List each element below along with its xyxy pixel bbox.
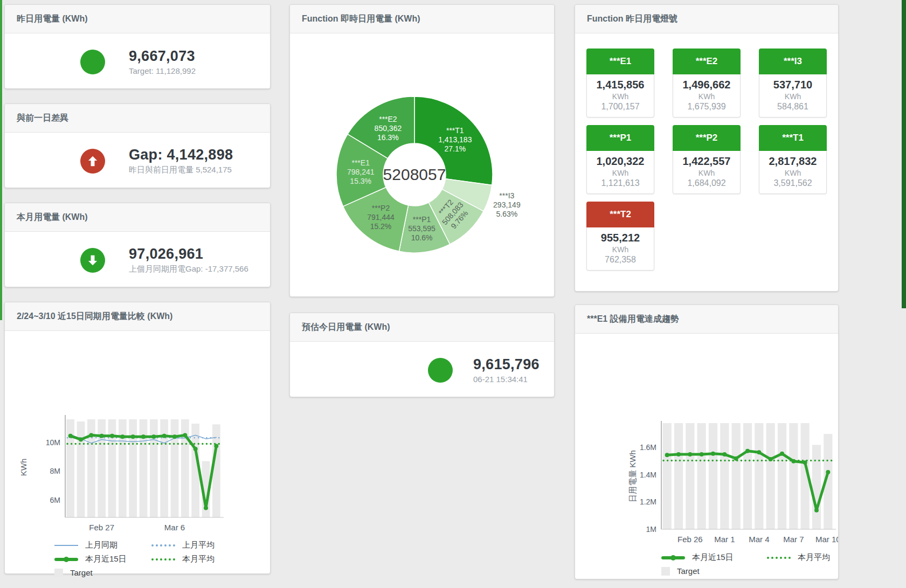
panel-month-usage: 本月用電量 (KWh) 97,026,961 上個月同期用電Gap: -17,3… [4, 203, 271, 287]
status-tile-grid: ***E1 1,415,856 KWh 1,700,157 ***E2 1,49… [575, 33, 838, 271]
y-tick-label: 10M [46, 438, 60, 447]
tile-device-label: ***I3 [759, 49, 827, 74]
target-bar[interactable] [129, 419, 137, 517]
tile-device-label: ***T1 [759, 125, 827, 151]
tile-i3: ***I3 537,710 KWh 584,861 [759, 49, 827, 117]
target-bar[interactable] [674, 423, 683, 529]
series-point[interactable] [68, 434, 73, 438]
legend-item[interactable]: 上月平均 [151, 540, 270, 550]
series-point[interactable] [734, 456, 738, 461]
tile-target: 1,675,939 [673, 102, 740, 112]
tile-target: 3,591,562 [759, 178, 826, 188]
series-point[interactable] [120, 434, 125, 439]
series-point[interactable] [665, 453, 669, 457]
series-point[interactable] [172, 434, 177, 439]
target-bar[interactable] [150, 419, 158, 517]
legend-item[interactable]: 上月同期 [54, 540, 151, 550]
series-point[interactable] [711, 452, 715, 456]
tile-target: 762,358 [587, 255, 654, 265]
legend-label: 本月平均 [798, 552, 830, 563]
panel-title: 與前一日差異 [5, 104, 270, 133]
series-point[interactable] [193, 447, 198, 451]
series-point[interactable] [100, 434, 104, 438]
series-point[interactable] [141, 434, 146, 439]
legend-item[interactable]: 本月平均 [767, 552, 838, 563]
tile-value: 1,020,322 [587, 155, 654, 168]
legend-item[interactable]: 本月近15日 [661, 552, 767, 563]
legend-item[interactable]: 本月近15日 [54, 554, 151, 564]
gap-sub-label: 昨日與前日用電量 5,524,175 [129, 165, 233, 175]
series-point[interactable] [769, 457, 773, 461]
series-point[interactable] [757, 450, 761, 454]
series-point[interactable] [814, 508, 819, 513]
series-point[interactable] [183, 433, 187, 437]
series-point[interactable] [803, 460, 807, 465]
legend-label: 上月平均 [182, 540, 215, 550]
tile-device-label: ***T2 [586, 202, 654, 227]
series-point[interactable] [131, 434, 135, 439]
series-point[interactable] [110, 434, 114, 438]
target-bar[interactable] [119, 419, 127, 517]
series-point[interactable] [688, 452, 692, 456]
target-bar[interactable] [686, 423, 694, 529]
series-point[interactable] [791, 459, 796, 464]
tile-target: 1,700,157 [587, 102, 654, 112]
legend-label: 本月近15日 [85, 554, 127, 564]
target-bar[interactable] [789, 423, 798, 529]
series-point[interactable] [676, 452, 681, 456]
legend-swatch-thin [54, 545, 78, 546]
series-point[interactable] [745, 449, 750, 453]
usage-donut-chart[interactable]: ***T11,413,18327.1%***I3293,1495.63%***T… [290, 33, 554, 297]
tile-e1: ***E1 1,415,856 KWh 1,700,157 [586, 49, 654, 117]
target-bar[interactable] [697, 423, 706, 529]
x-tick-label: Mar 1 [714, 535, 735, 544]
tile-t2: ***T2 955,212 KWh 762,358 [586, 202, 654, 271]
tile-target: 584,861 [759, 102, 826, 112]
legend-item[interactable]: 本月平均 [151, 554, 270, 564]
legend-item[interactable]: Target [54, 568, 151, 577]
target-bar[interactable] [766, 423, 775, 529]
legend-item[interactable]: Target [661, 566, 767, 576]
tile-e2: ***E2 1,496,662 KWh 1,675,939 [673, 49, 741, 117]
target-bar[interactable] [171, 419, 179, 517]
panel-title: ***E1 設備用電達成趨勢 [575, 305, 838, 334]
target-bar[interactable] [743, 423, 752, 529]
x-tick-label: Mar 4 [749, 535, 769, 544]
compare-line-chart[interactable]: 6M8M10MFeb 27Mar 6KWh [5, 331, 270, 535]
target-bar[interactable] [663, 423, 672, 529]
target-bar[interactable] [77, 421, 85, 517]
y-tick-label: 1.2M [640, 497, 656, 506]
tile-p2: ***P2 1,422,557 KWh 1,684,092 [673, 125, 741, 194]
target-bar[interactable] [755, 423, 763, 529]
target-bar[interactable] [732, 423, 741, 529]
tile-device-label: ***P1 [586, 125, 654, 151]
y-tick-label: 6M [50, 496, 60, 504]
legend-label: 本月平均 [182, 554, 215, 564]
target-bar[interactable] [720, 423, 729, 529]
series-point[interactable] [79, 437, 83, 441]
legend-swatch-box [54, 569, 63, 577]
target-bar[interactable] [778, 423, 786, 529]
target-bar[interactable] [812, 445, 821, 529]
target-bar[interactable] [709, 423, 717, 529]
legend-swatch-thick [661, 556, 685, 559]
series-point[interactable] [826, 470, 830, 474]
series-point[interactable] [214, 444, 218, 448]
e1-trend-line-chart[interactable]: 1M1.2M1.4M1.6MFeb 26Mar 1Mar 4Mar 7Mar 1… [575, 334, 838, 546]
series-point[interactable] [204, 506, 208, 510]
series-point[interactable] [700, 452, 704, 456]
series-point[interactable] [89, 433, 93, 437]
series-point[interactable] [151, 434, 156, 439]
series-point[interactable] [722, 452, 727, 456]
legend-swatch-dotted [151, 558, 175, 561]
x-tick-label: Feb 26 [677, 535, 703, 544]
series-point[interactable] [780, 452, 784, 456]
yesterday-target-label: Target: 11,128,992 [129, 66, 196, 75]
month-gap-label: 上個月同期用電Gap: -17,377,566 [129, 264, 248, 274]
series-point[interactable] [162, 434, 167, 438]
tile-target: 1,684,092 [673, 178, 740, 188]
target-bar[interactable] [140, 419, 148, 517]
panel-compare-chart: 2/24~3/10 近15日同期用電量比較 (KWh) 6M8M10MFeb 2… [4, 302, 271, 574]
legend-label: Target [677, 566, 700, 576]
y-tick-label: 1.4M [640, 471, 656, 479]
